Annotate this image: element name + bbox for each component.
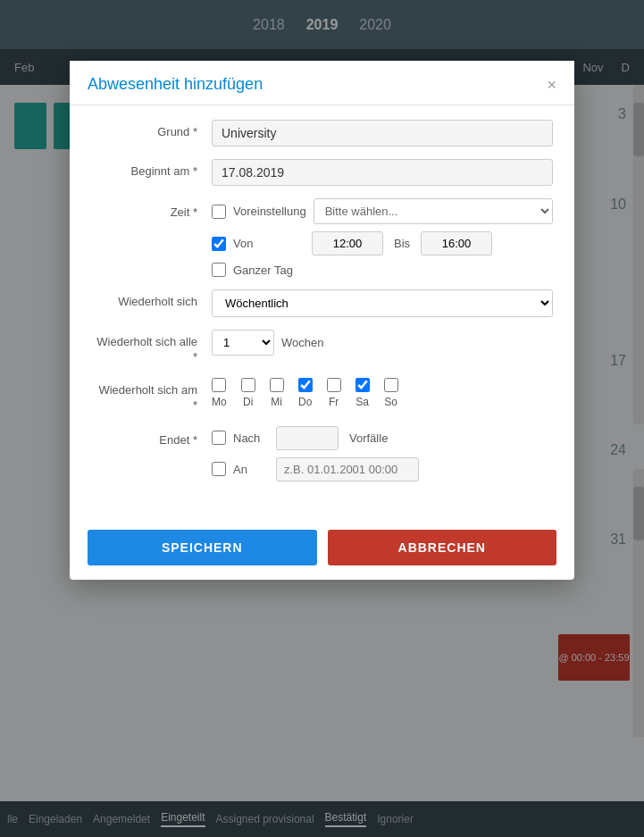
checkbox-di[interactable] — [241, 378, 255, 392]
an-label: An — [233, 463, 269, 476]
label-mo: Mo — [212, 396, 227, 408]
an-checkbox[interactable] — [212, 462, 226, 476]
label-fr: Fr — [329, 396, 339, 408]
voreinstellung-label: Voreinstellung — [233, 205, 306, 218]
bis-time-input[interactable] — [421, 231, 492, 255]
weekday-do: Do — [298, 378, 313, 408]
wiederholt-select[interactable]: Wöchentlich Täglich Monatlich — [212, 289, 553, 317]
an-date-input[interactable] — [276, 457, 419, 481]
voreinstellung-checkbox[interactable] — [212, 205, 226, 219]
von-bis-row: Von Bis — [212, 231, 553, 255]
vorfalle-label: Vorfälle — [349, 431, 388, 445]
weekday-fr: Fr — [327, 378, 341, 408]
beginnt-input[interactable] — [212, 159, 553, 186]
endet-nach-row: Nach Vorfälle — [212, 426, 553, 450]
grund-input-wrap — [212, 120, 553, 146]
modal-close-button[interactable]: × — [547, 77, 556, 93]
modal-body: Grund * Beginnt am * Zeit * Voreinstellu… — [70, 105, 574, 519]
save-button[interactable]: SPEICHERN — [88, 530, 317, 565]
grund-input[interactable] — [212, 120, 553, 146]
checkbox-do[interactable] — [298, 378, 313, 392]
beginnt-input-wrap — [212, 159, 553, 186]
label-sa: Sa — [355, 396, 369, 408]
ganzer-tag-label: Ganzer Tag — [233, 264, 293, 277]
grund-label: Grund * — [91, 120, 212, 138]
label-so: So — [384, 396, 397, 408]
checkbox-so[interactable] — [384, 378, 398, 392]
weekday-mi: Mi — [270, 378, 284, 408]
endet-controls: Nach Vorfälle An — [212, 426, 553, 489]
wiederholt-am-label: Wiederholt sich am * — [91, 378, 212, 414]
endet-row: Endet * Nach Vorfälle An — [91, 426, 553, 489]
alle-control: 1 2 3 Wochen — [212, 330, 553, 356]
von-checkbox[interactable] — [212, 237, 226, 251]
label-mi: Mi — [271, 396, 282, 408]
weekday-sa: Sa — [355, 378, 370, 408]
label-di: Di — [243, 396, 253, 408]
wiederholt-am-row: Wiederholt sich am * Mo Di Mi — [91, 378, 553, 414]
nach-number-input[interactable] — [276, 426, 339, 450]
von-time-input[interactable] — [312, 231, 383, 255]
zeit-row: Zeit * Voreinstellung Bitte wählen... Vo… — [91, 198, 553, 277]
weekday-control: Mo Di Mi Do — [212, 378, 553, 408]
beginnt-label: Beginnt am * — [91, 159, 212, 178]
grund-row: Grund * — [91, 120, 553, 146]
ganzer-tag-checkbox[interactable] — [212, 263, 226, 277]
modal-footer: SPEICHERN ABBRECHEN — [70, 519, 574, 580]
modal-dialog: Abwesenheit hinzufügen × Grund * Beginnt… — [70, 61, 574, 580]
endet-label: Endet * — [91, 426, 212, 447]
alle-num-select[interactable]: 1 2 3 — [212, 330, 274, 356]
modal-title: Abwesenheit hinzufügen — [88, 75, 263, 94]
checkbox-fr[interactable] — [327, 378, 341, 392]
wochen-label: Wochen — [281, 336, 323, 349]
voreinstellung-row: Voreinstellung Bitte wählen... — [212, 198, 553, 224]
endet-an-row: An — [212, 457, 553, 481]
wiederholt-control: Wöchentlich Täglich Monatlich — [212, 289, 553, 317]
bis-label: Bis — [394, 237, 410, 250]
zeit-controls: Voreinstellung Bitte wählen... Von Bis — [212, 198, 553, 277]
checkbox-mo[interactable] — [212, 378, 226, 392]
nach-checkbox[interactable] — [212, 431, 226, 445]
alle-input-row: 1 2 3 Wochen — [212, 330, 553, 356]
label-do: Do — [298, 396, 312, 408]
wiederholt-alle-row: Wiederholt sich alle * 1 2 3 Wochen — [91, 330, 553, 365]
nach-label: Nach — [233, 431, 269, 445]
bitte-wahlen-select[interactable]: Bitte wählen... — [314, 198, 553, 224]
checkbox-mi[interactable] — [270, 378, 284, 392]
weekday-checkboxes: Mo Di Mi Do — [212, 378, 553, 408]
ganzer-tag-row: Ganzer Tag — [212, 263, 553, 277]
checkbox-sa[interactable] — [355, 378, 370, 392]
wiederholt-label: Wiederholt sich — [91, 289, 212, 308]
wiederholt-row: Wiederholt sich Wöchentlich Täglich Mona… — [91, 289, 553, 317]
modal-header: Abwesenheit hinzufügen × — [70, 61, 574, 105]
cancel-button[interactable]: ABBRECHEN — [328, 530, 557, 565]
von-label: Von — [233, 237, 305, 250]
weekday-di: Di — [241, 378, 255, 408]
zeit-label: Zeit * — [91, 198, 212, 219]
weekday-mo: Mo — [212, 378, 227, 408]
weekday-so: So — [384, 378, 398, 408]
beginnt-row: Beginnt am * — [91, 159, 553, 186]
wiederholt-alle-label: Wiederholt sich alle * — [91, 330, 212, 365]
